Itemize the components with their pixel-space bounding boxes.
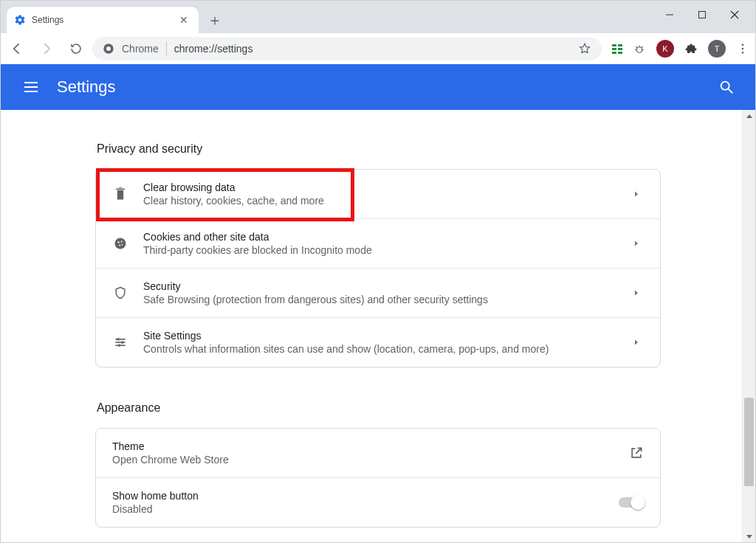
row-title: Show home button xyxy=(112,490,619,502)
window-maximize-button[interactable] xyxy=(686,4,718,26)
scroll-down-arrow-icon[interactable] xyxy=(743,530,755,542)
svg-rect-20 xyxy=(117,338,120,340)
tab-title: Settings xyxy=(32,15,171,25)
toolbar-actions: K T xyxy=(612,40,749,58)
row-title: Clear browsing data xyxy=(143,181,617,193)
external-link-icon xyxy=(629,446,644,460)
svg-rect-1 xyxy=(699,12,706,18)
omnibox[interactable]: Chrome chrome://settings xyxy=(92,37,602,60)
hamburger-menu-icon[interactable] xyxy=(21,79,41,95)
svg-rect-21 xyxy=(122,341,124,343)
omnibox-scheme-label: Chrome xyxy=(122,43,159,55)
privacy-card: Clear browsing data Clear history, cooki… xyxy=(95,169,661,367)
row-subtitle: Disabled xyxy=(112,503,619,515)
row-subtitle: Safe Browsing (protection from dangerous… xyxy=(143,294,617,305)
svg-point-7 xyxy=(742,44,744,46)
row-cookies[interactable]: Cookies and other site data Third-party … xyxy=(96,219,660,269)
extension-grid-icon[interactable] xyxy=(612,44,622,54)
svg-point-5 xyxy=(106,46,111,51)
window-close-button[interactable] xyxy=(718,4,751,26)
chrome-window: Settings ✕ ＋ xyxy=(0,0,756,543)
row-title: Cookies and other site data xyxy=(143,231,617,243)
sliders-icon xyxy=(112,335,128,350)
nav-reload-button[interactable] xyxy=(66,38,86,59)
row-show-home-button[interactable]: Show home button Disabled xyxy=(96,478,660,527)
scroll-up-arrow-icon[interactable] xyxy=(743,110,755,122)
home-button-toggle[interactable] xyxy=(619,497,644,508)
privacy-section-title: Privacy and security xyxy=(97,142,661,156)
close-tab-icon[interactable]: ✕ xyxy=(176,13,191,27)
svg-point-9 xyxy=(742,52,744,54)
svg-point-15 xyxy=(119,244,120,246)
cookie-icon xyxy=(112,236,128,251)
row-subtitle: Open Chrome Web Store xyxy=(112,454,629,466)
row-subtitle: Controls what information sites can use … xyxy=(143,343,617,355)
svg-point-12 xyxy=(115,238,126,249)
shield-icon xyxy=(112,286,128,300)
svg-point-8 xyxy=(742,48,744,50)
settings-search-icon[interactable] xyxy=(718,79,735,95)
appearance-section-title: Appearance xyxy=(97,401,661,415)
nav-forward-button[interactable] xyxy=(36,38,57,59)
tab-strip: Settings ✕ ＋ xyxy=(7,1,225,33)
profile-avatar[interactable]: T xyxy=(708,40,726,58)
row-clear-browsing-data[interactable]: Clear browsing data Clear history, cooki… xyxy=(96,170,660,219)
chevron-right-icon xyxy=(632,239,644,248)
new-tab-button[interactable]: ＋ xyxy=(205,10,225,30)
window-minimize-button[interactable] xyxy=(653,4,686,26)
row-security[interactable]: Security Safe Browsing (protection from … xyxy=(96,269,660,318)
browser-tab-settings[interactable]: Settings ✕ xyxy=(7,7,199,33)
chevron-right-icon xyxy=(632,190,644,198)
omnibox-url: chrome://settings xyxy=(174,43,253,55)
appearance-card: Theme Open Chrome Web Store Show home bu… xyxy=(95,428,661,528)
row-title: Site Settings xyxy=(143,330,617,342)
scrollbar-thumb[interactable] xyxy=(744,398,754,486)
trash-icon xyxy=(112,187,128,201)
settings-content: Privacy and security Clear browsing data… xyxy=(1,110,755,542)
svg-point-10 xyxy=(721,82,729,90)
svg-point-16 xyxy=(122,244,123,246)
nav-toolbar: Chrome chrome://settings K T xyxy=(1,33,755,64)
row-subtitle: Third-party cookies are blocked in Incog… xyxy=(143,244,617,256)
window-controls xyxy=(653,4,751,26)
settings-title: Settings xyxy=(57,77,116,97)
chevron-right-icon xyxy=(632,288,644,297)
row-subtitle: Clear history, cookies, cache, and more xyxy=(143,195,617,207)
scrollbar-track[interactable] xyxy=(742,110,755,542)
settings-header: Settings xyxy=(1,64,755,110)
extension-bug-icon[interactable] xyxy=(633,42,646,55)
chrome-menu-button[interactable] xyxy=(736,42,749,55)
svg-rect-22 xyxy=(119,345,121,347)
svg-point-13 xyxy=(117,241,119,243)
row-theme[interactable]: Theme Open Chrome Web Store xyxy=(96,429,660,478)
chrome-icon xyxy=(103,43,114,55)
svg-line-11 xyxy=(729,89,733,94)
row-title: Theme xyxy=(112,440,629,452)
row-title: Security xyxy=(143,280,617,292)
gear-icon xyxy=(14,14,26,26)
svg-point-14 xyxy=(121,241,123,243)
bookmark-star-icon[interactable] xyxy=(578,42,591,55)
extensions-puzzle-icon[interactable] xyxy=(684,42,698,55)
row-site-settings[interactable]: Site Settings Controls what information … xyxy=(96,318,660,367)
chevron-right-icon xyxy=(632,338,644,347)
titlebar: Settings ✕ ＋ xyxy=(1,1,755,33)
omnibox-separator xyxy=(166,41,167,56)
extension-avatar-k[interactable]: K xyxy=(656,40,674,58)
nav-back-button[interactable] xyxy=(7,38,27,59)
